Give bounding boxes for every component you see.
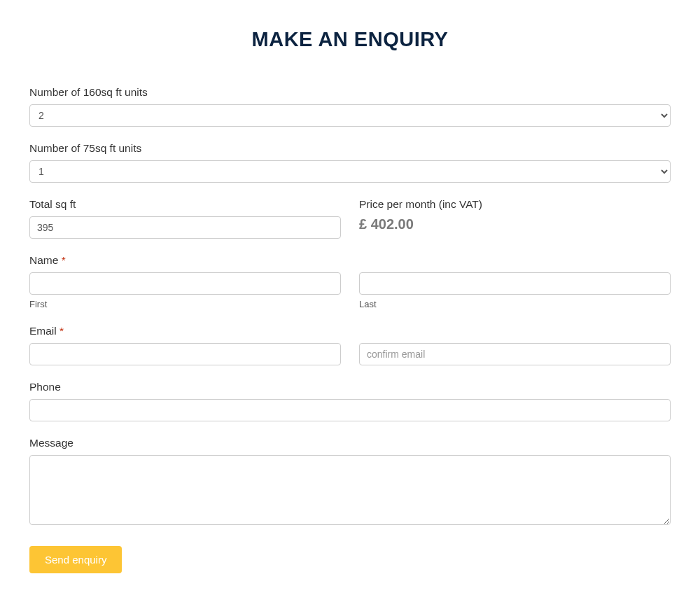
required-marker: * <box>59 325 64 337</box>
total-sqft-input <box>29 216 341 239</box>
units160-label: Number of 160sq ft units <box>29 86 671 99</box>
message-textarea[interactable] <box>29 455 671 525</box>
price-label: Price per month (inc VAT) <box>359 198 671 211</box>
email-input[interactable] <box>29 343 341 365</box>
last-name-sublabel: Last <box>359 299 671 309</box>
total-label: Total sq ft <box>29 198 341 211</box>
name-label: Name * <box>29 254 671 267</box>
confirm-email-input[interactable] <box>359 343 671 365</box>
phone-label: Phone <box>29 381 671 393</box>
last-name-input[interactable] <box>359 272 671 295</box>
send-enquiry-button[interactable]: Send enquiry <box>29 546 122 573</box>
required-marker: * <box>62 254 66 266</box>
units75-select[interactable]: 1 <box>29 160 671 183</box>
email-label: Email * <box>29 325 671 337</box>
units75-label: Number of 75sq ft units <box>29 142 671 155</box>
phone-input[interactable] <box>29 399 671 421</box>
page-title: MAKE AN ENQUIRY <box>29 28 671 51</box>
message-label: Message <box>29 437 671 449</box>
first-name-sublabel: First <box>29 299 341 309</box>
units160-select[interactable]: 2 <box>29 104 671 127</box>
price-value: £ 402.00 <box>359 216 671 232</box>
first-name-input[interactable] <box>29 272 341 295</box>
